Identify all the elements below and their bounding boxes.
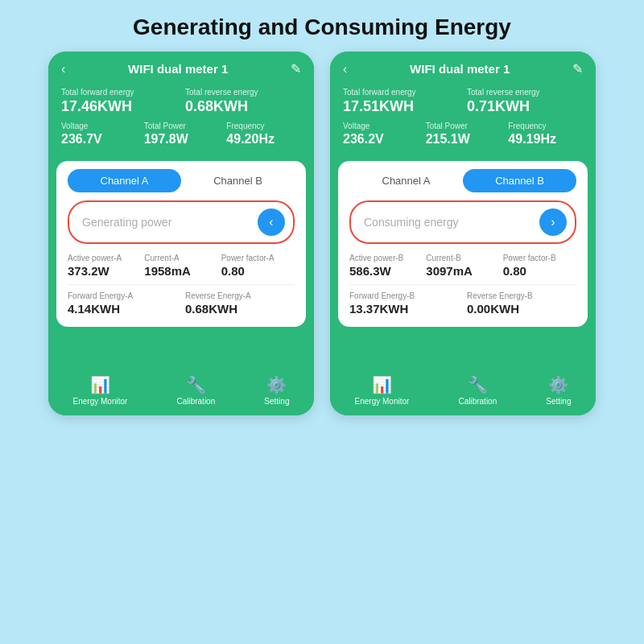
active-power-right: Active power-B 586.3W (349, 254, 423, 278)
energy-monitor-icon-right: 📊 (372, 375, 392, 394)
reverse-energy-right: Reverse Energy-B 0.00KWH (467, 291, 576, 316)
channel-tabs-left: Channel A Channel B (68, 169, 295, 192)
total-power-left: Total Power 197.8W (144, 122, 219, 147)
right-phone-header: ‹ WIFI dual meter 1 ✎ (330, 52, 596, 83)
header-title-right: WIFI dual meter 1 (347, 62, 572, 76)
channel-a-tab-left[interactable]: Channel A (68, 169, 181, 192)
nav-setting-right[interactable]: ⚙️ Setting (546, 375, 571, 406)
power-toggle-right: Consuming energy › (349, 200, 576, 244)
power-direction-label-right: Consuming energy (364, 216, 459, 229)
calibration-icon-left: 🔧 (186, 375, 206, 394)
power-direction-label-left: Generating power (82, 216, 171, 229)
energy-row-left: Forward Energy-A 4.14KWH Reverse Energy-… (68, 291, 295, 316)
nav-energy-monitor-left[interactable]: 📊 Energy Monitor (73, 375, 128, 406)
channel-card-left: Channel A Channel B Generating power ‹ A… (56, 161, 306, 327)
total-reverse-energy-right: Total reverse energy 0.71KWH (467, 88, 583, 115)
current-left: Current-A 1958mA (144, 254, 217, 278)
setting-icon-left: ⚙️ (266, 375, 287, 394)
forward-energy-left: Forward Energy-A 4.14KWH (68, 291, 177, 316)
left-phone: ‹ WIFI dual meter 1 ✎ Total forward ener… (48, 52, 314, 415)
channel-b-tab-right[interactable]: Channel B (463, 169, 576, 192)
header-title-left: WIFI dual meter 1 (65, 62, 291, 76)
left-phone-header: ‹ WIFI dual meter 1 ✎ (48, 52, 314, 83)
forward-energy-right: Forward Energy-B 13.37KWH (349, 291, 459, 316)
bottom-nav-right: 📊 Energy Monitor 🔧 Calibration ⚙️ Settin… (330, 367, 596, 415)
channel-b-tab-left[interactable]: Channel B (181, 169, 295, 192)
frequency-left: Frequency 49.20Hz (226, 122, 301, 147)
nav-energy-monitor-right[interactable]: 📊 Energy Monitor (355, 375, 410, 406)
edit-icon-right[interactable]: ✎ (572, 61, 583, 76)
page-title: Generating and Consuming Energy (0, 0, 644, 52)
voltage-left: Voltage 236.7V (61, 122, 136, 147)
channel-card-right: Channel A Channel B Consuming energy › A… (338, 161, 588, 327)
total-forward-energy-right: Total forward energy 17.51KWH (343, 88, 459, 115)
nav-setting-left[interactable]: ⚙️ Setting (264, 375, 289, 406)
frequency-right: Frequency 49.19Hz (508, 122, 583, 147)
active-power-left: Active power-A 373.2W (68, 254, 141, 278)
total-forward-energy-left: Total forward energy 17.46KWH (61, 88, 177, 115)
channel-tabs-right: Channel A Channel B (349, 169, 576, 192)
edit-icon-left[interactable]: ✎ (291, 61, 301, 76)
channel-a-tab-right[interactable]: Channel A (349, 169, 463, 192)
metrics-grid-right: Active power-B 586.3W Current-B 3097mA P… (349, 254, 576, 278)
nav-calibration-right[interactable]: 🔧 Calibration (458, 375, 497, 406)
energy-monitor-icon-left: 📊 (90, 375, 110, 394)
total-power-right: Total Power 215.1W (426, 122, 501, 147)
calibration-icon-right: 🔧 (468, 375, 488, 394)
power-factor-left: Power factor-A 0.80 (221, 254, 295, 278)
toggle-button-right[interactable]: › (539, 208, 567, 236)
power-factor-right: Power factor-B 0.80 (503, 254, 576, 278)
nav-calibration-left[interactable]: 🔧 Calibration (176, 375, 215, 406)
total-reverse-energy-left: Total reverse energy 0.68KWH (185, 88, 301, 115)
reverse-energy-left: Reverse Energy-A 0.68KWH (185, 291, 295, 316)
energy-row-right: Forward Energy-B 13.37KWH Reverse Energy… (349, 291, 576, 316)
voltage-right: Voltage 236.2V (343, 122, 418, 147)
setting-icon-right: ⚙️ (548, 375, 568, 394)
toggle-button-left[interactable]: ‹ (258, 208, 285, 236)
metrics-grid-left: Active power-A 373.2W Current-A 1958mA P… (68, 254, 295, 278)
current-right: Current-B 3097mA (426, 254, 499, 278)
bottom-nav-left: 📊 Energy Monitor 🔧 Calibration ⚙️ Settin… (48, 367, 314, 415)
power-toggle-left: Generating power ‹ (68, 200, 295, 244)
right-phone: ‹ WIFI dual meter 1 ✎ Total forward ener… (330, 52, 596, 415)
